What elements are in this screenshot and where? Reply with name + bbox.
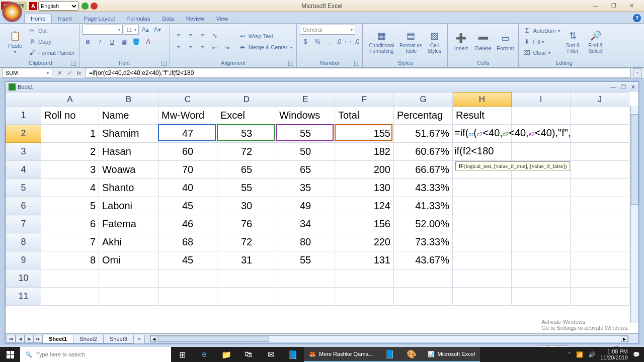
cell[interactable] — [453, 251, 512, 269]
cell[interactable]: 51.67% — [394, 125, 453, 143]
format-cells-button[interactable]: ▭Format — [495, 25, 515, 58]
cell[interactable]: 124 — [335, 197, 394, 215]
cell[interactable] — [453, 143, 512, 161]
cell[interactable]: 55 — [217, 179, 276, 197]
cell[interactable]: 72 — [217, 143, 276, 161]
sheet-tab[interactable]: Sheet3 — [103, 335, 134, 343]
dialog-launcher[interactable]: ↘ — [162, 61, 167, 66]
row-header-5[interactable]: 5 — [6, 179, 41, 197]
taskbar-search[interactable]: 🔍Type here to search — [20, 347, 171, 362]
indent-inc-button[interactable]: ⇥ — [221, 43, 232, 53]
currency-button[interactable]: $ — [300, 37, 311, 47]
cut-button[interactable]: ✂Cut — [27, 26, 76, 36]
cell[interactable]: 65 — [276, 161, 335, 179]
sheet-tab[interactable]: Sheet2 — [73, 335, 104, 343]
cell[interactable]: 43.33% — [394, 179, 453, 197]
fill-button[interactable]: ⬇Fill▾ — [522, 37, 560, 47]
paste-button[interactable]: 📋Paste▾ — [5, 25, 25, 58]
cell[interactable]: 55 — [276, 125, 335, 143]
cell[interactable] — [394, 288, 453, 306]
expand-formula-bar[interactable]: ⌄ — [633, 68, 642, 77]
cell[interactable] — [571, 215, 629, 233]
cell[interactable]: Fatema — [99, 215, 158, 233]
help-icon[interactable]: ? — [633, 14, 641, 22]
align-right-button[interactable]: ≡ — [197, 43, 208, 53]
cell[interactable] — [512, 197, 571, 215]
cell[interactable] — [158, 269, 217, 288]
cell[interactable] — [571, 251, 629, 269]
start-button[interactable] — [0, 347, 20, 362]
cell[interactable]: Akhi — [99, 233, 158, 251]
cell[interactable] — [217, 269, 276, 288]
cell[interactable] — [453, 215, 512, 233]
row-header-6[interactable]: 6 — [6, 197, 41, 215]
enter-formula-button[interactable]: ✓ — [64, 68, 73, 77]
cell[interactable]: 45 — [158, 251, 217, 269]
cell[interactable]: 156 — [335, 215, 394, 233]
cell[interactable] — [571, 179, 629, 197]
cell[interactable]: 43.67% — [394, 251, 453, 269]
taskbar-clock[interactable]: 1:08 PM11/20/2019 — [600, 348, 628, 360]
cell[interactable]: Hasan — [99, 143, 158, 161]
cell[interactable] — [41, 269, 99, 288]
cell[interactable] — [571, 233, 629, 251]
cell[interactable]: 66.67% — [394, 161, 453, 179]
col-header-E[interactable]: E — [276, 93, 335, 107]
conditional-formatting-button[interactable]: ▦Conditional Formatting — [366, 25, 397, 58]
grid-area[interactable]: ABCDEFGHIJ1Roll noNameMw-WordExcelWindow… — [6, 92, 638, 333]
col-header-J[interactable]: J — [571, 93, 629, 107]
cell[interactable] — [41, 288, 99, 306]
taskbar-item[interactable]: 🦊Mere Rashke Qama... — [304, 347, 378, 362]
align-top-button[interactable]: ≡ — [173, 31, 184, 41]
taskbar-item[interactable]: 📊Microsoft Excel — [423, 347, 480, 362]
header-cell[interactable]: Percentag — [394, 107, 453, 125]
cell[interactable]: 34 — [276, 215, 335, 233]
sheet-nav-first[interactable]: ⏮ — [7, 335, 16, 343]
cell[interactable]: 182 — [335, 143, 394, 161]
cell-styles-button[interactable]: ▧Cell Styles — [424, 25, 444, 58]
dialog-launcher[interactable]: ↘ — [71, 61, 76, 66]
app-icon[interactable]: 📘 — [282, 347, 304, 362]
delete-cells-button[interactable]: ➖Delete — [473, 25, 493, 58]
cell[interactable]: Omi — [99, 251, 158, 269]
minimize-button[interactable]: — — [593, 3, 598, 9]
col-header-H[interactable]: H — [453, 93, 512, 107]
book-minimize[interactable]: — — [610, 84, 616, 90]
dialog-launcher[interactable]: ↘ — [354, 61, 359, 66]
header-cell[interactable]: Mw-Word — [158, 107, 217, 125]
cell[interactable]: 76 — [217, 215, 276, 233]
orientation-button[interactable]: ⤡ — [209, 31, 220, 41]
mail-icon[interactable]: ✉ — [260, 347, 282, 362]
col-header-B[interactable]: B — [99, 93, 158, 107]
tray-network-icon[interactable]: 📶 — [576, 351, 583, 358]
underline-button[interactable]: U — [107, 37, 118, 47]
header-cell[interactable]: Total — [335, 107, 394, 125]
cell[interactable]: 53 — [217, 125, 276, 143]
header-cell[interactable]: Excel — [217, 107, 276, 125]
sheet-nav-last[interactable]: ⏭ — [34, 335, 43, 343]
row-header-9[interactable]: 9 — [6, 251, 41, 269]
copy-button[interactable]: ⎘Copy — [27, 37, 76, 47]
cell[interactable] — [158, 288, 217, 306]
cell[interactable]: 3 — [41, 161, 99, 179]
cell[interactable] — [571, 125, 629, 143]
cell[interactable]: 41.33% — [394, 197, 453, 215]
cancel-formula-button[interactable]: ✕ — [54, 68, 63, 77]
edge-icon[interactable]: e — [193, 347, 215, 362]
cell[interactable]: 80 — [276, 233, 335, 251]
header-cell[interactable]: Roll no — [41, 107, 99, 125]
col-header-G[interactable]: G — [394, 93, 453, 107]
dec-decimal-button[interactable]: ←.0 — [348, 37, 359, 47]
cell[interactable]: 73.33% — [394, 233, 453, 251]
row-header-2[interactable]: 2 — [6, 125, 41, 143]
cell[interactable]: 220 — [335, 233, 394, 251]
cell[interactable]: 200 — [335, 161, 394, 179]
cell[interactable]: 65 — [217, 161, 276, 179]
clear-button[interactable]: ⌧Clear▾ — [522, 48, 560, 58]
cell[interactable] — [335, 288, 394, 306]
cell[interactable]: Shanto — [99, 179, 158, 197]
cell[interactable] — [512, 215, 571, 233]
cell[interactable]: 68 — [158, 233, 217, 251]
cell[interactable] — [394, 269, 453, 288]
cell[interactable] — [512, 288, 571, 306]
